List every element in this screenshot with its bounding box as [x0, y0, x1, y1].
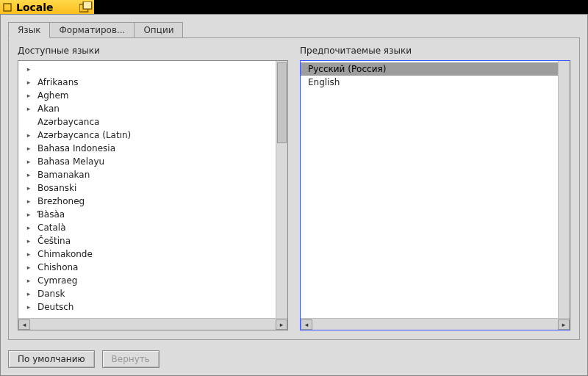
- scroll-right-icon[interactable]: ▸: [276, 319, 287, 330]
- expand-triangle-icon[interactable]: ▸: [26, 198, 32, 205]
- expand-triangle-icon[interactable]: ▸: [26, 79, 32, 86]
- button-label: Вернуть: [112, 354, 150, 364]
- list-item[interactable]: ▸Chishona: [18, 261, 276, 274]
- expand-triangle-icon[interactable]: ▸: [26, 250, 32, 258]
- available-list-content: ▸▸Afrikaans▸Aghem▸Akan▸Azərbaycanca▸Azər…: [18, 61, 276, 318]
- list-item-label: Brezhoneg: [37, 196, 85, 206]
- list-item-label: Ɓàsàa: [37, 209, 65, 220]
- available-listbox[interactable]: ▸▸Afrikaans▸Aghem▸Akan▸Azərbaycanca▸Azər…: [18, 60, 288, 330]
- list-item-label: Azərbaycanca (Latın): [37, 130, 131, 140]
- expand-triangle-icon[interactable]: ▸: [26, 171, 32, 178]
- available-label: Доступные языки: [18, 46, 288, 56]
- expand-triangle-icon[interactable]: ▸: [26, 158, 32, 165]
- list-item[interactable]: ▸Čeština: [18, 234, 276, 247]
- expand-triangle-icon[interactable]: ▸: [26, 131, 32, 139]
- list-item[interactable]: ▸Dansk: [18, 287, 276, 300]
- list-item[interactable]: ▸Afrikaans: [18, 76, 276, 89]
- list-item-label: Bamanakan: [37, 170, 90, 180]
- available-vertical-scrollbar[interactable]: [276, 61, 287, 318]
- list-item[interactable]: ▸Brezhoneg: [18, 195, 276, 208]
- tab-label: Язык: [18, 25, 40, 35]
- expand-triangle-icon[interactable]: ▸: [26, 237, 32, 245]
- svg-rect-0: [4, 4, 11, 11]
- window-tabs-icon[interactable]: [79, 1, 93, 13]
- window-icon: [1, 1, 13, 13]
- scroll-left-icon[interactable]: ◂: [301, 319, 312, 330]
- list-item[interactable]: English: [301, 76, 558, 89]
- defaults-button[interactable]: По умолчанию: [8, 350, 95, 368]
- available-horizontal-scrollbar[interactable]: ◂ ▸: [18, 318, 287, 330]
- available-column: Доступные языки ▸▸Afrikaans▸Aghem▸Akan▸A…: [18, 46, 288, 330]
- list-item[interactable]: ▸Català: [18, 221, 276, 234]
- tab-panel-language: Доступные языки ▸▸Afrikaans▸Aghem▸Akan▸A…: [8, 37, 580, 340]
- expand-triangle-icon[interactable]: ▸: [26, 145, 32, 152]
- revert-button[interactable]: Вернуть: [102, 350, 159, 368]
- svg-rect-2: [83, 1, 92, 9]
- list-item[interactable]: ▸Bosanski: [18, 181, 276, 195]
- expand-triangle-icon[interactable]: ▸: [26, 65, 32, 73]
- preferred-label: Предпочитаемые языки: [300, 46, 570, 56]
- tab-label: Опции: [143, 25, 173, 35]
- list-item-label: Cymraeg: [37, 275, 77, 286]
- expand-triangle-icon[interactable]: ▸: [26, 264, 32, 271]
- list-item-label: Català: [37, 223, 65, 233]
- list-item[interactable]: ▸Deutsch: [18, 300, 276, 314]
- list-item-label: Dansk: [37, 289, 65, 299]
- columns: Доступные языки ▸▸Afrikaans▸Aghem▸Akan▸A…: [18, 46, 570, 330]
- button-label: По умолчанию: [18, 354, 85, 364]
- scroll-left-icon[interactable]: ◂: [18, 319, 30, 330]
- expand-triangle-icon[interactable]: ▸: [26, 105, 32, 112]
- preferred-listbox[interactable]: Русский (Россия)English ◂ ▸: [300, 60, 570, 330]
- tab-label: Форматиров...: [59, 25, 125, 35]
- list-item[interactable]: ▸Azərbaycanca: [18, 115, 276, 129]
- list-item[interactable]: ▸Bamanakan: [18, 168, 276, 181]
- preferred-horizontal-scrollbar[interactable]: ◂ ▸: [301, 318, 570, 330]
- list-item[interactable]: ▸Cymraeg: [18, 274, 276, 287]
- expand-triangle-icon[interactable]: ▸: [26, 92, 32, 99]
- list-item[interactable]: ▸Ɓàsàa: [18, 208, 276, 221]
- list-item[interactable]: ▸: [18, 62, 276, 76]
- list-item-label: Русский (Россия): [308, 64, 386, 74]
- list-item-label: Deutsch: [37, 302, 74, 312]
- list-item[interactable]: ▸Bahasa Melayu: [18, 155, 276, 168]
- list-item[interactable]: Русский (Россия): [301, 62, 558, 76]
- list-item-label: Aghem: [37, 90, 69, 101]
- tab-frame: Язык Форматиров... Опции Доступные языки…: [8, 22, 580, 340]
- scroll-right-icon[interactable]: ▸: [558, 319, 570, 330]
- expand-triangle-icon[interactable]: ▸: [26, 290, 32, 297]
- expand-triangle-icon[interactable]: ▸: [26, 303, 32, 311]
- preferred-vertical-scrollbar[interactable]: [558, 61, 570, 318]
- list-item-label: Bosanski: [37, 183, 76, 193]
- button-row: По умолчанию Вернуть: [8, 350, 159, 368]
- window-title: Locale: [16, 1, 79, 13]
- expand-triangle-icon[interactable]: ▸: [26, 277, 32, 284]
- list-item[interactable]: ▸Azərbaycanca (Latın): [18, 129, 276, 142]
- list-item-label: Akan: [37, 104, 60, 114]
- list-item[interactable]: ▸Bahasa Indonesia: [18, 142, 276, 155]
- expand-triangle-icon[interactable]: ▸: [26, 224, 32, 231]
- list-item-label: Bahasa Indonesia: [37, 143, 115, 153]
- list-item-label: English: [308, 77, 340, 87]
- preferred-list-content: Русский (Россия)English: [301, 61, 558, 318]
- tab-options[interactable]: Опции: [135, 22, 183, 38]
- tab-language[interactable]: Язык: [8, 22, 50, 38]
- window-titlebar[interactable]: Locale: [0, 0, 94, 15]
- tab-formatting[interactable]: Форматиров...: [50, 22, 135, 38]
- list-item[interactable]: ▸Aghem: [18, 89, 276, 102]
- list-item[interactable]: ▸Chimakonde: [18, 247, 276, 261]
- list-item-label: Chishona: [37, 262, 78, 272]
- list-item-label: Čeština: [37, 236, 71, 246]
- expand-triangle-icon[interactable]: ▸: [26, 211, 32, 218]
- list-item-label: Afrikaans: [37, 77, 79, 87]
- list-item-label: Azərbaycanca: [37, 117, 99, 127]
- tab-row: Язык Форматиров... Опции: [8, 22, 580, 38]
- scrollbar-thumb[interactable]: [277, 62, 287, 143]
- window-body: Язык Форматиров... Опции Доступные языки…: [0, 14, 588, 376]
- list-item-label: Chimakonde: [37, 249, 93, 259]
- preferred-column: Предпочитаемые языки Русский (Россия)Eng…: [300, 46, 570, 330]
- list-item[interactable]: ▸Akan: [18, 102, 276, 115]
- expand-triangle-icon[interactable]: ▸: [26, 184, 32, 192]
- list-item-label: Bahasa Melayu: [37, 156, 104, 167]
